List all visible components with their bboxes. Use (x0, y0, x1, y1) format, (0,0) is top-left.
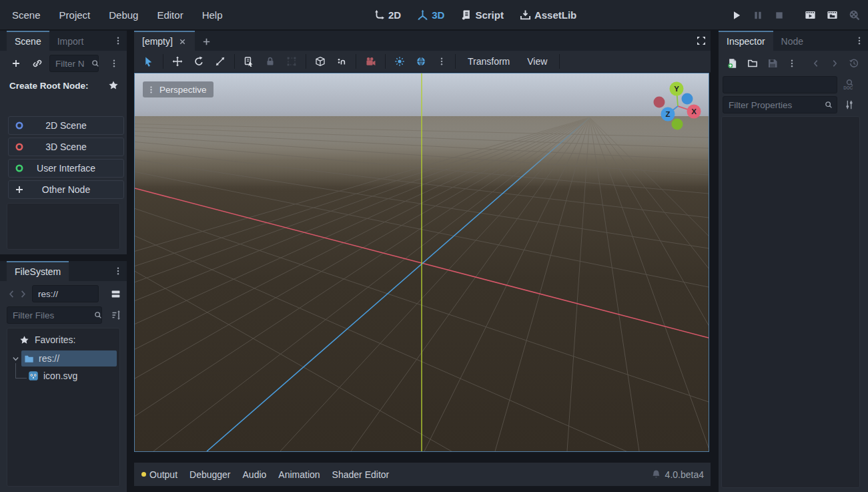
favorites-star-icon[interactable] (108, 80, 119, 91)
group-selected-button[interactable] (281, 56, 302, 67)
tree-item-label: res:// (39, 353, 59, 364)
tree-row-icon-svg[interactable]: icon.svg (7, 367, 119, 385)
tab-import[interactable]: Import (49, 31, 92, 51)
menu-editor[interactable]: Editor (147, 0, 192, 30)
scene-tree-empty-area (7, 203, 120, 250)
view-menu[interactable]: View (518, 56, 556, 67)
nav-forward-button[interactable] (18, 289, 28, 299)
edited-object-history-button[interactable] (844, 58, 864, 69)
move-mode-button[interactable] (167, 56, 188, 67)
scale-mode-button[interactable] (209, 56, 231, 67)
globe-icon (416, 56, 426, 67)
toggle-split-mode-button[interactable] (110, 288, 121, 300)
rotate-mode-button[interactable] (188, 56, 209, 67)
menu-debug[interactable]: Debug (99, 0, 147, 30)
version-info[interactable]: 4.0.beta4 (651, 469, 711, 480)
add-node-button[interactable] (7, 58, 25, 69)
current-path-input[interactable] (32, 285, 99, 302)
pause-button[interactable] (753, 10, 763, 21)
tab-node[interactable]: Node (773, 31, 811, 51)
toolbar-separator (306, 54, 306, 69)
preview-environment-button[interactable] (410, 56, 432, 67)
tab-scene[interactable]: Scene (7, 31, 49, 51)
menu-project[interactable]: Project (50, 0, 100, 30)
menu-help[interactable]: Help (193, 0, 232, 30)
preview-sun-button[interactable] (389, 56, 410, 67)
scene-dock-menu-button[interactable] (109, 31, 127, 51)
save-resource-button[interactable] (763, 58, 783, 69)
load-resource-button[interactable] (743, 58, 763, 69)
play-button[interactable] (731, 10, 742, 21)
workspace-3d-button[interactable]: 3D (409, 0, 452, 30)
toolbar-separator (234, 54, 235, 69)
lock-selected-button[interactable] (260, 56, 281, 67)
inspector-menu-button[interactable] (851, 31, 868, 51)
snap-mesh-button[interactable] (310, 56, 331, 67)
gizmo-neg-x-ball[interactable] (654, 97, 665, 108)
projection-menu[interactable]: Perspective (143, 81, 213, 97)
notification-bell-icon[interactable] (651, 469, 661, 479)
new-resource-button[interactable] (723, 58, 743, 69)
sort-icon (111, 310, 121, 320)
tab-inspector[interactable]: Inspector (719, 31, 773, 51)
filesystem-menu-button[interactable] (109, 261, 127, 281)
nav-back-button[interactable] (7, 289, 17, 299)
scene-tab-empty[interactable]: [empty] (134, 31, 195, 51)
transform-menu[interactable]: Transform (459, 56, 518, 67)
play-scene-button[interactable] (805, 9, 816, 21)
main-menus: Scene Project Debug Editor Help (0, 0, 232, 30)
godot-svg-file-icon (28, 371, 39, 381)
file-sort-button[interactable] (111, 310, 121, 320)
filter-properties-input[interactable] (723, 96, 837, 113)
resource-extra-menu-button[interactable] (783, 59, 801, 68)
movie-maker-mode-button[interactable] (849, 9, 860, 21)
sun-environ-settings-button[interactable] (432, 57, 452, 66)
scene-tree-menu-button[interactable] (107, 59, 121, 68)
create-3d-scene-button[interactable]: 3D Scene (8, 138, 124, 156)
create-user-interface-button[interactable]: User Interface (8, 159, 124, 178)
folder-icon (24, 354, 34, 364)
stop-button[interactable] (774, 10, 785, 21)
vertical-dots-icon (855, 36, 864, 45)
chevron-down-icon[interactable] (11, 354, 20, 363)
filesystem-dock: FileSystem Favorites: (0, 261, 127, 492)
filter-files-input[interactable] (7, 306, 102, 324)
play-custom-scene-button[interactable] (827, 9, 838, 21)
distraction-free-button[interactable] (692, 31, 711, 51)
workspace-2d-button[interactable]: 2D (366, 0, 409, 30)
skeleton-options-button[interactable] (331, 56, 352, 67)
tab-filesystem[interactable]: FileSystem (7, 261, 69, 281)
gizmo-neg-z-ball[interactable] (682, 93, 693, 105)
bottom-tab-shader-editor[interactable]: Shader Editor (326, 469, 396, 480)
select-mode-button[interactable] (134, 56, 159, 67)
property-tools-button[interactable] (844, 99, 855, 110)
workspace-assetlib-button[interactable]: AssetLib (512, 0, 584, 30)
instance-scene-button[interactable] (28, 58, 47, 69)
plus-icon (11, 58, 21, 69)
open-documentation-button[interactable] (843, 79, 855, 91)
viewport-3d[interactable]: Y X Z Perspective (134, 73, 709, 452)
favorites-header[interactable]: Favorites: (19, 331, 119, 348)
menu-scene[interactable]: Scene (3, 0, 50, 30)
list-select-button[interactable] (238, 56, 260, 67)
resource-name-input[interactable] (723, 76, 837, 93)
button-label: Other Node (9, 184, 123, 195)
bottom-tab-output[interactable]: Output (134, 469, 183, 480)
vertical-dots-icon (113, 266, 123, 276)
gizmo-neg-y-ball[interactable] (672, 119, 683, 130)
preview-camera-button[interactable] (360, 56, 382, 67)
new-scene-tab-button[interactable] (195, 31, 218, 51)
create-other-node-button[interactable]: Other Node (8, 180, 124, 199)
workspace-script-button[interactable]: Script (452, 0, 512, 30)
create-2d-scene-button[interactable]: 2D Scene (8, 116, 124, 135)
bottom-tab-debugger[interactable]: Debugger (183, 469, 237, 480)
close-icon[interactable] (178, 37, 187, 46)
bottom-tab-audio[interactable]: Audio (237, 469, 273, 480)
toolbar-separator (385, 54, 386, 69)
history-back-button[interactable] (807, 59, 825, 68)
viewport-render: Y X Z (135, 73, 709, 451)
scene-tab-label: [empty] (142, 36, 173, 47)
version-label: 4.0.beta4 (665, 469, 704, 480)
bottom-tab-animation[interactable]: Animation (272, 469, 326, 480)
history-forward-button[interactable] (825, 59, 844, 68)
